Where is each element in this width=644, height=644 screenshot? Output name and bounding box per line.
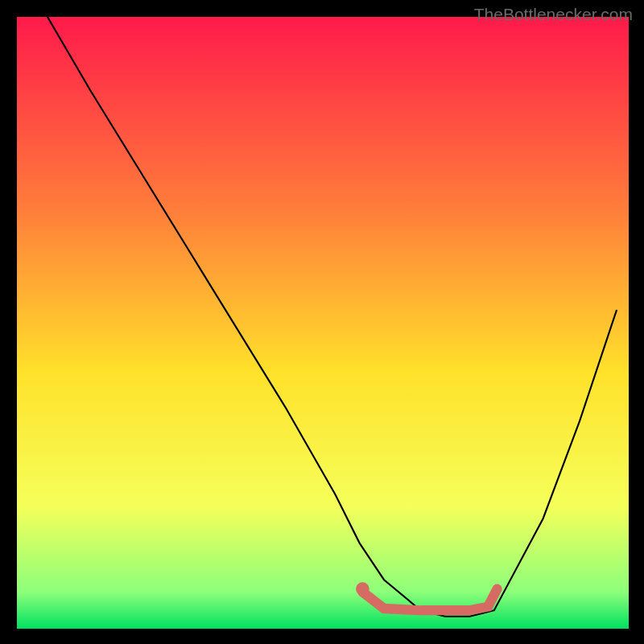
highlight-dot (356, 582, 369, 596)
chart-area (17, 17, 629, 629)
gradient-background (17, 17, 629, 629)
watermark-text: TheBottlenecker.com (474, 5, 633, 24)
chart-svg (17, 17, 629, 629)
